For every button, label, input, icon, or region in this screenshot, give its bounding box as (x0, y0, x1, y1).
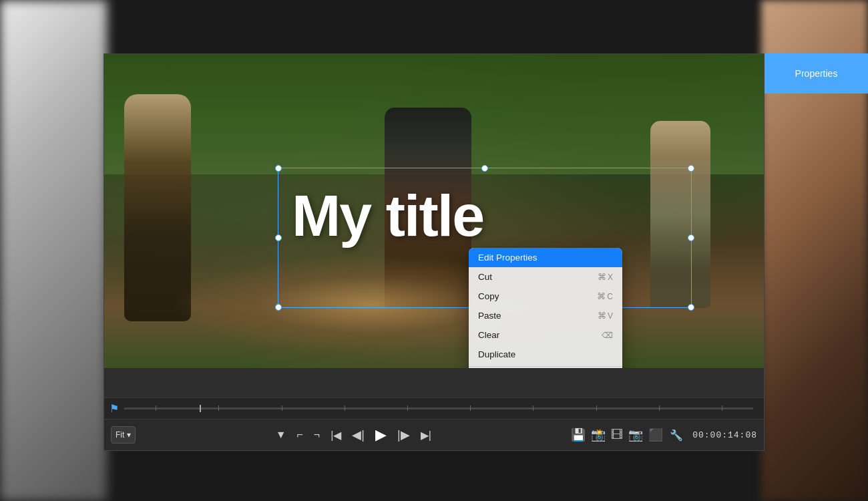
menu-item-edit-properties[interactable]: Edit Properties (469, 248, 622, 267)
snapshot-icon[interactable]: 📸 (591, 428, 606, 442)
out-point-button[interactable]: ¬ (314, 429, 320, 441)
tool-icons-row: 💾 📸 🎞 📷 ⬛ (571, 428, 663, 442)
bg-left-blur (0, 0, 107, 501)
fit-dropdown[interactable]: Fit ▾ (111, 426, 136, 444)
menu-item-shortcut: ⌫ (602, 331, 613, 340)
settings-icon[interactable]: 🔧 (670, 429, 683, 442)
menu-item-shortcut: ⌘ V (598, 311, 613, 321)
menu-divider (469, 366, 622, 367)
title-text: My title (292, 182, 483, 250)
play-button[interactable]: ▶ (375, 426, 387, 444)
menu-item-label: Duplicate (478, 349, 515, 359)
marker-button[interactable]: ▼ (276, 429, 286, 441)
menu-item-paste[interactable]: Paste ⌘ V (469, 306, 622, 325)
transport-bar: Fit ▾ ▼ ⌐ ¬ |◀ ◀| ▶ |▶ ▶| 💾 📸 🎞 📷 ⬛ 🔧 00… (104, 419, 764, 450)
person-left-silhouette (124, 94, 191, 321)
step-forward-button[interactable]: |▶ (397, 428, 410, 442)
camera-icon[interactable]: 📷 (628, 428, 643, 442)
handle-middle-left[interactable] (275, 234, 282, 241)
properties-tab[interactable]: Properties (765, 53, 868, 94)
in-point-button[interactable]: ⌐ (296, 429, 302, 441)
handle-top-left[interactable] (275, 165, 282, 172)
timeline-bar: ⚑ (104, 397, 764, 419)
menu-item-label: Cut (478, 272, 492, 282)
menu-item-duplicate[interactable]: Duplicate (469, 345, 622, 364)
handle-bottom-right[interactable] (688, 304, 694, 311)
menu-item-clear[interactable]: Clear ⌫ (469, 325, 622, 345)
editor-container: My title Edit Properties Cut ⌘ X Copy ⌘ … (103, 53, 765, 451)
menu-item-label: Copy (478, 291, 499, 301)
timeline-flag-icon[interactable]: ⚑ (110, 402, 119, 415)
handle-middle-right[interactable] (688, 234, 694, 241)
fit-label: Fit (116, 430, 124, 440)
properties-tab-label: Properties (795, 68, 838, 79)
handle-bottom-left[interactable] (275, 304, 282, 311)
active-tool-icon[interactable]: ⬛ (648, 428, 663, 442)
menu-item-copy[interactable]: Copy ⌘ C (469, 287, 622, 306)
menu-item-cut[interactable]: Cut ⌘ X (469, 267, 622, 287)
menu-item-label: Paste (478, 311, 501, 321)
context-menu: Edit Properties Cut ⌘ X Copy ⌘ C Paste ⌘… (469, 248, 622, 368)
save-frame-icon[interactable]: 💾 (571, 428, 586, 442)
timecode-display: 00:00:14:08 (692, 430, 757, 440)
menu-item-label: Edit Properties (478, 253, 537, 263)
go-to-in-button[interactable]: |◀ (331, 429, 341, 442)
timeline-ruler[interactable] (124, 407, 753, 409)
video-preview: My title Edit Properties Cut ⌘ X Copy ⌘ … (104, 54, 764, 368)
fit-dropdown-arrow-icon: ▾ (127, 430, 131, 440)
timecode-section: 🔧 00:00:14:08 (670, 429, 757, 442)
menu-item-label: Clear (478, 330, 499, 340)
handle-top-right[interactable] (688, 165, 694, 172)
menu-item-shortcut: ⌘ C (597, 291, 613, 301)
go-to-out-button[interactable]: ▶| (421, 429, 431, 442)
transport-controls: ▼ ⌐ ¬ |◀ ◀| ▶ |▶ ▶| (136, 426, 571, 444)
step-back-button[interactable]: ◀| (352, 428, 365, 442)
menu-item-shortcut: ⌘ X (598, 272, 613, 282)
film-strip-icon[interactable]: 🎞 (611, 428, 623, 442)
handle-top-center[interactable] (481, 165, 488, 172)
